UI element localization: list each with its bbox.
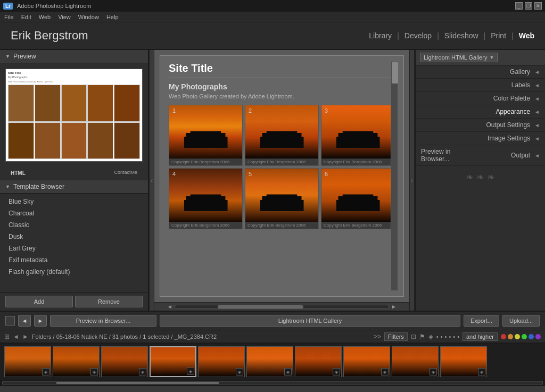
gallery-type-selector[interactable]: Lightroom HTML Gallery [160, 315, 460, 327]
next-nav-button[interactable]: ► [34, 315, 47, 327]
preview-labels: HTML ContactMe [0, 167, 148, 177]
export-button[interactable]: Export... [464, 315, 499, 327]
filter-button[interactable]: Filters [384, 332, 408, 341]
photo-cell-3[interactable]: 3 Copyright Erik Bergstrom 2006 [321, 105, 395, 166]
nav-slideshow[interactable]: Slideshow [444, 31, 478, 40]
film-thumb-3[interactable]: ◈ [101, 346, 148, 377]
right-panel-image-settings[interactable]: Image Settings ◄ [416, 132, 545, 145]
nav-library[interactable]: Library [369, 31, 392, 40]
menu-window[interactable]: Window [78, 14, 99, 20]
film-thumb-5[interactable]: ◈ [198, 346, 245, 377]
minimize-button[interactable]: _ [515, 2, 523, 10]
gallery-select-text: Lightroom HTML Gallery [424, 54, 487, 61]
color-blue[interactable] [529, 334, 534, 339]
color-orange[interactable] [508, 334, 513, 339]
scroll-right-button[interactable]: ► [389, 304, 399, 310]
dot-2: • [441, 333, 443, 340]
restore-button[interactable]: ❐ [525, 2, 532, 10]
template-earl-grey[interactable]: Earl Grey [0, 243, 148, 254]
menu-edit[interactable]: Edit [21, 14, 31, 20]
color-yellow[interactable] [515, 334, 520, 339]
flag-icon[interactable]: ⚑ [419, 333, 425, 340]
prev-nav-button[interactable]: ◄ [18, 315, 31, 327]
scroll-track[interactable] [175, 305, 389, 309]
gallery-select-dropdown[interactable]: Lightroom HTML Gallery ▼ [420, 53, 498, 62]
film-thumb-2[interactable]: ◈ [53, 346, 100, 377]
color-palette-panel-arrow: ◄ [534, 96, 540, 102]
template-dusk[interactable]: Dusk [0, 231, 148, 243]
template-exif-metadata[interactable]: Exif metadata [0, 254, 148, 266]
film-thumb-10[interactable]: ◈ [440, 346, 487, 377]
photo-img-4 [169, 169, 242, 222]
menu-web[interactable]: Web [39, 14, 51, 20]
color-purple[interactable] [535, 334, 541, 339]
film-thumb-7[interactable]: ◈ [295, 346, 342, 377]
photo-cell-1[interactable]: 1 Copyright Erik Bergstrom 2006 [169, 105, 243, 166]
center-panel: Site Title My Photographs Web Photo Gall… [154, 50, 409, 311]
color-red[interactable] [501, 334, 506, 339]
dot-5: • [453, 333, 455, 340]
nav-print[interactable]: Print [491, 31, 506, 40]
menu-view[interactable]: View [58, 14, 71, 20]
vertical-scrollbar[interactable] [391, 61, 398, 291]
remove-template-button[interactable]: Remove [75, 296, 143, 307]
photo-cell-5[interactable]: 5 Copyright Erik Bergstrom 2006 [245, 168, 319, 229]
menu-bar: File Edit Web View Window Help [0, 12, 545, 22]
photo-num-3: 3 [325, 107, 328, 114]
left-panel-handle[interactable]: ‹ [149, 50, 154, 311]
right-panel-preview-output[interactable]: Preview in Browser... Output ◄ [416, 145, 545, 166]
template-classic[interactable]: Classic [0, 219, 148, 231]
upload-button[interactable]: Upload... [502, 315, 540, 327]
template-flash-gallery[interactable]: Flash gallery (default) [0, 266, 148, 278]
filmstrip-scroll-track[interactable] [2, 381, 543, 385]
add-template-button[interactable]: Add [5, 296, 73, 307]
right-panel-labels[interactable]: Labels ◄ [416, 79, 545, 92]
status-bar: ⊞ ◄ ► Folders / 05-18-06 Natick NE / 31 … [0, 330, 545, 343]
photo-num-2: 2 [249, 107, 252, 114]
horizontal-scrollbar: ◄ ► [154, 302, 409, 311]
scroll-left-button[interactable]: ◄ [165, 304, 175, 310]
template-charcoal[interactable]: Charcoal [0, 207, 148, 219]
right-panel-output-settings[interactable]: Output Settings ◄ [416, 119, 545, 132]
right-panel-handle[interactable]: › [409, 50, 415, 311]
template-browser-header[interactable]: ▼ Template Browser [0, 180, 148, 194]
right-panel-color-palette[interactable]: Color Palette ◄ [416, 92, 545, 105]
film-thumb-1[interactable]: ◈ [4, 346, 51, 377]
user-name: Erik Bergstrom [11, 29, 369, 43]
next-status-button[interactable]: ► [22, 333, 29, 340]
photo-cell-6[interactable]: 6 Copyright Erik Bergstrom 2006 [321, 168, 395, 229]
photo-cell-2[interactable]: 2 Copyright Erik Bergstrom 2006 [245, 105, 319, 166]
output-label: Output [476, 152, 531, 159]
preview-in-browser-button[interactable]: Preview in Browser... [50, 315, 156, 327]
menu-file[interactable]: File [4, 14, 14, 20]
tag-icon[interactable]: ◈ [428, 333, 433, 340]
photo-cell-4[interactable]: 4 Copyright Erik Bergstrom 2006 [169, 168, 243, 229]
bottom-toolbar: ◄ ► Preview in Browser... Lightroom HTML… [0, 311, 545, 330]
nav-web[interactable]: Web [519, 31, 534, 40]
preview-checkbox[interactable] [5, 316, 15, 326]
rating-filter-button[interactable]: and higher [463, 332, 498, 341]
header: Erik Bergstrom Library | Develop | Slide… [0, 22, 545, 50]
menu-help[interactable]: Help [106, 14, 119, 20]
close-button[interactable]: ✕ [534, 2, 542, 10]
film-thumb-6[interactable]: ◈ [246, 346, 293, 377]
photo-num-4: 4 [172, 171, 176, 177]
template-blue-sky[interactable]: Blue Sky [0, 196, 148, 207]
film-thumb-9[interactable]: ◈ [392, 346, 439, 377]
train-silhouette-3 [336, 129, 379, 148]
view-mode-icon[interactable]: ⊡ [411, 333, 416, 340]
app-logo: Lr [3, 3, 13, 10]
film-thumb-8[interactable]: ◈ [343, 346, 390, 377]
nav-develop[interactable]: Develop [404, 31, 432, 40]
right-panel-gallery[interactable]: Gallery ◄ [416, 65, 545, 79]
color-palette-panel-label: Color Palette [421, 95, 530, 102]
color-green[interactable] [522, 334, 527, 339]
gallery-panel-label: Gallery [421, 68, 530, 76]
grid-view-icon[interactable]: ⊞ [4, 333, 10, 340]
preview-section-header[interactable]: ▼ Preview [0, 50, 148, 63]
scrollbar-thumb [392, 62, 398, 84]
film-thumb-4[interactable]: ◈ [150, 346, 196, 377]
right-panel-appearance[interactable]: Appearance ◄ [416, 105, 545, 119]
prev-status-button[interactable]: ◄ [13, 333, 19, 340]
preview-box: Site Title My Photographs Web Photo Gall… [5, 69, 143, 162]
